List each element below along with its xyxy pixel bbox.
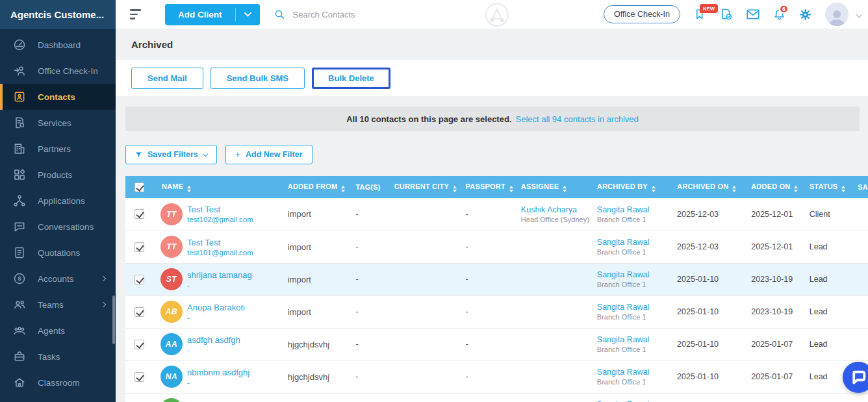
archived-by-office: Branch Office 1	[597, 281, 669, 288]
send-bulk-sms-button[interactable]: Send Bulk SMS	[211, 68, 305, 89]
cell-sac	[850, 263, 868, 295]
sidebar: Agentcis Custome... Dashboard Office Che…	[0, 0, 116, 402]
contact-sub-link[interactable]: -	[187, 281, 252, 289]
topbar: Add Client Office Check-In NEW	[116, 0, 868, 29]
sidebar-item-agents[interactable]: Agents	[0, 318, 116, 344]
sidebar-item-office-check-in[interactable]: Office Check-In	[0, 58, 116, 84]
bell-icon[interactable]: 6	[773, 8, 785, 21]
cell-passport: -	[458, 360, 513, 393]
hamburger-menu-icon[interactable]	[130, 9, 142, 19]
search-input[interactable]	[293, 10, 416, 19]
cell-added-on: 2025-01-07	[743, 360, 802, 393]
archived-by-link[interactable]: Sangita Rawal	[597, 368, 650, 377]
column-header-archived-by[interactable]: ARCHIVED BY	[589, 176, 669, 198]
contact-name-link[interactable]: asdfgh asdfgh	[187, 335, 240, 345]
column-header-archived-on[interactable]: ARCHIVED ON	[669, 176, 743, 198]
cell-current-city	[387, 231, 458, 263]
contact-name-link[interactable]: shrijana tamanag	[187, 270, 252, 280]
app-root: Agentcis Custome... Dashboard Office Che…	[0, 0, 868, 402]
sidebar-item-tasks[interactable]: Tasks	[0, 344, 116, 370]
select-all-link[interactable]: Select all 94 contacts in archived	[515, 114, 638, 124]
task-check-icon[interactable]	[720, 8, 733, 21]
mail-icon[interactable]	[747, 9, 760, 19]
sidebar-item-applications[interactable]: Applications	[0, 188, 116, 214]
row-checkbox[interactable]	[134, 340, 144, 349]
saved-filters-button[interactable]: Saved Filters	[125, 145, 217, 164]
cell-added-from	[280, 393, 348, 402]
sidebar-nav: Dashboard Office Check-In Contacts Servi…	[0, 29, 116, 402]
sidebar-item-conversations[interactable]: Conversations	[0, 214, 116, 240]
sidebar-item-quotations[interactable]: Quotations	[0, 240, 116, 266]
bulk-delete-button[interactable]: Bulk Delete	[312, 68, 390, 89]
user-avatar[interactable]	[825, 3, 849, 26]
archived-by-link[interactable]: Sangita Rawal	[597, 335, 650, 344]
archived-by-office: Branch Office 1	[597, 248, 669, 256]
row-checkbox[interactable]	[134, 372, 144, 382]
contact-sub-link[interactable]: test101@gmail.com	[187, 249, 253, 257]
sidebar-item-teams[interactable]: Teams	[0, 292, 116, 318]
cell-assignee	[513, 328, 589, 360]
sidebar-item-label: Dashboard	[38, 40, 81, 50]
row-checkbox[interactable]	[134, 242, 144, 252]
archived-by-link[interactable]: Sangita Rawal	[597, 303, 650, 312]
chevron-down-icon[interactable]	[236, 4, 260, 25]
row-checkbox[interactable]	[134, 275, 144, 284]
sort-icon	[652, 186, 656, 192]
send-mail-button[interactable]: Send Mail	[131, 68, 203, 89]
sidebar-item-services[interactable]: Services	[0, 110, 116, 136]
contact-avatar: TT	[160, 203, 183, 225]
cell-sac	[850, 231, 868, 263]
column-header-tags[interactable]: TAG(S)	[348, 176, 386, 198]
classroom-icon	[13, 376, 26, 389]
cell-assignee	[513, 360, 589, 393]
sidebar-item-accounts[interactable]: $ Accounts	[0, 266, 116, 292]
contact-sub-link[interactable]: test102@gmail.com	[187, 216, 253, 223]
add-client-button[interactable]: Add Client	[165, 4, 260, 25]
column-header-name[interactable]: NAME	[152, 176, 280, 198]
sidebar-item-partial[interactable]	[0, 396, 116, 402]
column-header-current-city[interactable]: CURRENT CITY	[387, 176, 458, 198]
contact-name-link[interactable]: Anupa Barakoti	[187, 303, 245, 312]
cell-current-city	[387, 263, 458, 295]
column-header-added-on[interactable]: ADDED ON	[743, 176, 802, 198]
chevron-down-icon[interactable]	[856, 11, 863, 18]
contact-name-link[interactable]: Test Test	[187, 205, 253, 214]
column-header-status[interactable]: STATUS	[802, 176, 850, 198]
sort-icon	[841, 186, 845, 192]
office-checkin-button[interactable]: Office Check-In	[604, 5, 680, 23]
contact-name-link[interactable]: nbmbnm asdfghj	[187, 368, 249, 377]
filter-toolbar: Saved Filters + Add New Filter	[125, 145, 868, 164]
cell-tags	[348, 393, 386, 402]
archived-by-link[interactable]: Sangita Rawal	[597, 205, 650, 214]
select-all-checkbox[interactable]	[134, 182, 144, 192]
row-checkbox[interactable]	[134, 307, 144, 317]
contact-avatar: TT	[160, 236, 183, 258]
sidebar-item-dashboard[interactable]: Dashboard	[0, 32, 116, 58]
cell-passport	[458, 393, 513, 402]
sidebar-item-partners[interactable]: Partners	[0, 136, 116, 162]
add-new-filter-button[interactable]: + Add New Filter	[225, 145, 313, 164]
sidebar-item-contacts[interactable]: Contacts	[0, 84, 116, 110]
column-header-sac[interactable]: SAC	[850, 176, 868, 198]
contact-name-link[interactable]: Test Test	[187, 238, 253, 247]
sidebar-scrollbar-thumb[interactable]	[112, 295, 115, 344]
contact-sub-link[interactable]: -	[187, 346, 240, 354]
gear-icon[interactable]	[799, 8, 811, 21]
column-header-passport[interactable]: PASSPORT	[458, 176, 513, 198]
contact-sub-link[interactable]: -	[187, 314, 245, 321]
sidebar-item-classroom[interactable]: Classroom	[0, 370, 116, 396]
column-header-assignee[interactable]: ASSIGNEE	[513, 176, 589, 198]
column-header-added-from[interactable]: ADDED FROM	[280, 176, 348, 198]
row-checkbox[interactable]	[134, 209, 144, 219]
filter-funnel-icon	[135, 151, 142, 158]
assignee-link[interactable]: Kushik Acharya	[521, 205, 577, 214]
contact-sub-link[interactable]: -	[187, 379, 249, 386]
bookmark-new-icon[interactable]: NEW	[694, 8, 706, 21]
search-icon[interactable]	[274, 9, 285, 20]
notification-count-badge: 6	[779, 5, 789, 14]
sidebar-item-products[interactable]: Products	[0, 162, 116, 188]
assignee-office: Head Office (Sydney)	[521, 216, 589, 223]
archived-by-link[interactable]: Sangita Rawal	[597, 238, 650, 247]
archived-by-link[interactable]: Sangita Rawal	[597, 270, 650, 279]
sidebar-item-label: Services	[38, 118, 71, 128]
